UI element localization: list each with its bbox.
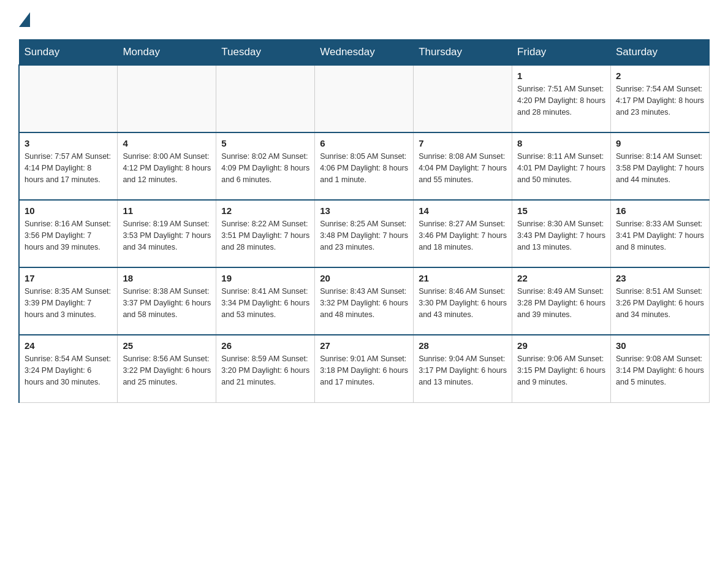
day-info: Sunrise: 8:08 AM Sunset: 4:04 PM Dayligh… (419, 151, 507, 185)
day-info: Sunrise: 7:51 AM Sunset: 4:20 PM Dayligh… (517, 83, 605, 118)
weekday-header-tuesday: Tuesday (216, 40, 315, 66)
day-info: Sunrise: 8:46 AM Sunset: 3:30 PM Dayligh… (419, 286, 507, 320)
day-number: 30 (616, 340, 704, 351)
day-number: 28 (419, 340, 507, 351)
calendar-week-row: 10Sunrise: 8:16 AM Sunset: 3:56 PM Dayli… (19, 200, 710, 267)
day-info: Sunrise: 7:57 AM Sunset: 4:14 PM Dayligh… (25, 151, 112, 185)
calendar-cell: 28Sunrise: 9:04 AM Sunset: 3:17 PM Dayli… (414, 335, 512, 402)
day-info: Sunrise: 8:11 AM Sunset: 4:01 PM Dayligh… (517, 151, 605, 185)
calendar-cell (414, 65, 512, 132)
page-header (18, 12, 710, 27)
day-number: 16 (616, 205, 704, 216)
day-info: Sunrise: 8:51 AM Sunset: 3:26 PM Dayligh… (616, 286, 704, 320)
day-info: Sunrise: 8:54 AM Sunset: 3:24 PM Dayligh… (25, 353, 112, 388)
calendar-cell: 27Sunrise: 9:01 AM Sunset: 3:18 PM Dayli… (315, 335, 414, 402)
calendar-cell (118, 65, 216, 132)
day-number: 10 (25, 205, 112, 216)
day-number: 25 (123, 340, 211, 351)
calendar-cell: 4Sunrise: 8:00 AM Sunset: 4:12 PM Daylig… (118, 132, 216, 200)
day-number: 2 (616, 71, 704, 81)
calendar-cell: 29Sunrise: 9:06 AM Sunset: 3:15 PM Dayli… (512, 335, 611, 402)
day-info: Sunrise: 8:22 AM Sunset: 3:51 PM Dayligh… (221, 218, 309, 253)
day-info: Sunrise: 9:08 AM Sunset: 3:14 PM Dayligh… (616, 353, 704, 388)
calendar-cell: 17Sunrise: 8:35 AM Sunset: 3:39 PM Dayli… (19, 267, 118, 335)
day-info: Sunrise: 8:00 AM Sunset: 4:12 PM Dayligh… (123, 151, 211, 185)
day-number: 23 (616, 273, 704, 283)
day-info: Sunrise: 8:14 AM Sunset: 3:58 PM Dayligh… (616, 151, 704, 185)
weekday-header-row: SundayMondayTuesdayWednesdayThursdayFrid… (19, 40, 710, 66)
calendar-cell: 24Sunrise: 8:54 AM Sunset: 3:24 PM Dayli… (19, 335, 118, 402)
day-info: Sunrise: 8:33 AM Sunset: 3:41 PM Dayligh… (616, 218, 704, 253)
calendar-cell: 12Sunrise: 8:22 AM Sunset: 3:51 PM Dayli… (216, 200, 315, 267)
calendar-cell: 20Sunrise: 8:43 AM Sunset: 3:32 PM Dayli… (315, 267, 414, 335)
day-info: Sunrise: 8:41 AM Sunset: 3:34 PM Dayligh… (221, 286, 309, 320)
day-info: Sunrise: 8:27 AM Sunset: 3:46 PM Dayligh… (419, 218, 507, 253)
day-number: 27 (320, 340, 408, 351)
day-number: 11 (123, 205, 211, 216)
calendar-cell: 8Sunrise: 8:11 AM Sunset: 4:01 PM Daylig… (512, 132, 611, 200)
day-info: Sunrise: 8:43 AM Sunset: 3:32 PM Dayligh… (320, 286, 408, 320)
logo-arrow-icon (19, 12, 30, 27)
day-number: 20 (320, 273, 408, 283)
weekday-header-monday: Monday (118, 40, 216, 66)
calendar-cell: 19Sunrise: 8:41 AM Sunset: 3:34 PM Dayli… (216, 267, 315, 335)
day-info: Sunrise: 8:02 AM Sunset: 4:09 PM Dayligh… (221, 151, 309, 185)
day-info: Sunrise: 9:01 AM Sunset: 3:18 PM Dayligh… (320, 353, 408, 388)
day-number: 26 (221, 340, 309, 351)
calendar-cell: 9Sunrise: 8:14 AM Sunset: 3:58 PM Daylig… (611, 132, 710, 200)
calendar-cell: 23Sunrise: 8:51 AM Sunset: 3:26 PM Dayli… (611, 267, 710, 335)
calendar-cell: 26Sunrise: 8:59 AM Sunset: 3:20 PM Dayli… (216, 335, 315, 402)
calendar-cell: 6Sunrise: 8:05 AM Sunset: 4:06 PM Daylig… (315, 132, 414, 200)
calendar-cell: 10Sunrise: 8:16 AM Sunset: 3:56 PM Dayli… (19, 200, 118, 267)
weekday-header-friday: Friday (512, 40, 611, 66)
calendar-cell (315, 65, 414, 132)
calendar-week-row: 1Sunrise: 7:51 AM Sunset: 4:20 PM Daylig… (19, 65, 710, 132)
day-number: 22 (517, 273, 605, 283)
day-number: 13 (320, 205, 408, 216)
calendar-cell: 21Sunrise: 8:46 AM Sunset: 3:30 PM Dayli… (414, 267, 512, 335)
day-number: 15 (517, 205, 605, 216)
day-number: 14 (419, 205, 507, 216)
weekday-header-saturday: Saturday (611, 40, 710, 66)
day-number: 8 (517, 138, 605, 148)
calendar-cell: 11Sunrise: 8:19 AM Sunset: 3:53 PM Dayli… (118, 200, 216, 267)
day-info: Sunrise: 8:16 AM Sunset: 3:56 PM Dayligh… (25, 218, 112, 253)
day-number: 9 (616, 138, 704, 148)
day-number: 1 (517, 71, 605, 81)
weekday-header-sunday: Sunday (19, 40, 118, 66)
day-info: Sunrise: 9:06 AM Sunset: 3:15 PM Dayligh… (517, 353, 605, 388)
calendar-cell (19, 65, 118, 132)
logo (18, 12, 30, 27)
day-number: 19 (221, 273, 309, 283)
day-number: 5 (221, 138, 309, 148)
calendar-cell: 1Sunrise: 7:51 AM Sunset: 4:20 PM Daylig… (512, 65, 611, 132)
day-info: Sunrise: 8:49 AM Sunset: 3:28 PM Dayligh… (517, 286, 605, 320)
calendar-cell: 3Sunrise: 7:57 AM Sunset: 4:14 PM Daylig… (19, 132, 118, 200)
day-number: 3 (25, 138, 112, 148)
day-info: Sunrise: 8:05 AM Sunset: 4:06 PM Dayligh… (320, 151, 408, 185)
calendar-cell: 18Sunrise: 8:38 AM Sunset: 3:37 PM Dayli… (118, 267, 216, 335)
day-number: 24 (25, 340, 112, 351)
day-info: Sunrise: 9:04 AM Sunset: 3:17 PM Dayligh… (419, 353, 507, 388)
day-number: 18 (123, 273, 211, 283)
day-number: 7 (419, 138, 507, 148)
calendar-cell: 25Sunrise: 8:56 AM Sunset: 3:22 PM Dayli… (118, 335, 216, 402)
day-number: 4 (123, 138, 211, 148)
day-info: Sunrise: 8:56 AM Sunset: 3:22 PM Dayligh… (123, 353, 211, 388)
calendar-cell: 30Sunrise: 9:08 AM Sunset: 3:14 PM Dayli… (611, 335, 710, 402)
calendar-cell: 2Sunrise: 7:54 AM Sunset: 4:17 PM Daylig… (611, 65, 710, 132)
calendar-week-row: 17Sunrise: 8:35 AM Sunset: 3:39 PM Dayli… (19, 267, 710, 335)
calendar-cell: 16Sunrise: 8:33 AM Sunset: 3:41 PM Dayli… (611, 200, 710, 267)
weekday-header-wednesday: Wednesday (315, 40, 414, 66)
day-number: 21 (419, 273, 507, 283)
day-info: Sunrise: 8:59 AM Sunset: 3:20 PM Dayligh… (221, 353, 309, 388)
calendar-cell: 5Sunrise: 8:02 AM Sunset: 4:09 PM Daylig… (216, 132, 315, 200)
day-info: Sunrise: 8:19 AM Sunset: 3:53 PM Dayligh… (123, 218, 211, 253)
calendar-cell: 13Sunrise: 8:25 AM Sunset: 3:48 PM Dayli… (315, 200, 414, 267)
day-info: Sunrise: 8:25 AM Sunset: 3:48 PM Dayligh… (320, 218, 408, 253)
calendar-cell: 22Sunrise: 8:49 AM Sunset: 3:28 PM Dayli… (512, 267, 611, 335)
day-number: 17 (25, 273, 112, 283)
calendar-cell (216, 65, 315, 132)
calendar-cell: 15Sunrise: 8:30 AM Sunset: 3:43 PM Dayli… (512, 200, 611, 267)
weekday-header-thursday: Thursday (414, 40, 512, 66)
